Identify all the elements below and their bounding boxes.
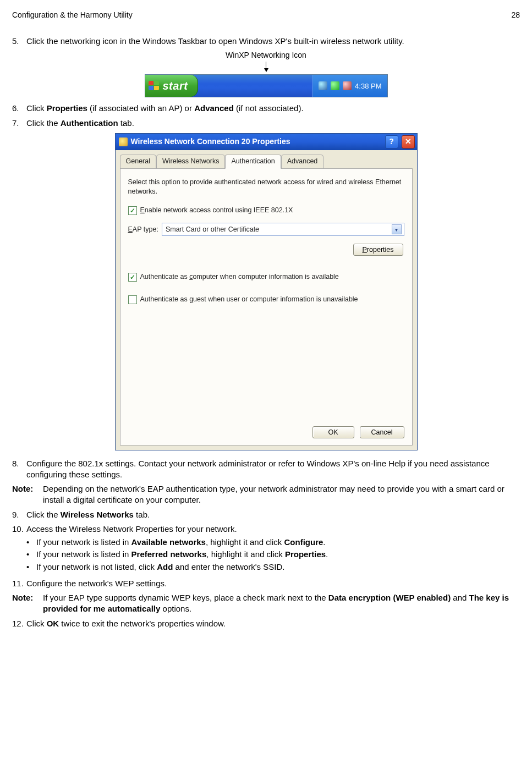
tab-general[interactable]: General bbox=[120, 155, 156, 169]
note-text: Depending on the network's EAP authentic… bbox=[43, 483, 520, 506]
note-label: Note: bbox=[12, 592, 43, 615]
start-button[interactable]: start bbox=[145, 75, 199, 97]
system-tray: 4:38 PM bbox=[312, 75, 387, 97]
note-text: If your EAP type supports dynamic WEP ke… bbox=[43, 592, 520, 615]
step-number: 6. bbox=[12, 103, 26, 114]
taskbar: start 4:38 PM bbox=[145, 74, 388, 97]
eap-properties-button[interactable]: Properties bbox=[353, 244, 403, 256]
auth-as-guest-label: Authenticate as guest when user or compu… bbox=[140, 295, 358, 304]
note-label: Note: bbox=[12, 483, 43, 506]
panel-intro-text: Select this option to provide authentica… bbox=[128, 178, 404, 196]
bullet-text: If your network is listed in Available n… bbox=[36, 537, 520, 548]
bullet-icon: • bbox=[26, 537, 36, 548]
tab-wireless-networks[interactable]: Wireless Networks bbox=[156, 155, 226, 169]
tab-panel-authentication: Select this option to provide authentica… bbox=[120, 168, 413, 446]
tray-icon[interactable] bbox=[343, 81, 352, 90]
network-tray-icon[interactable] bbox=[319, 81, 327, 90]
auth-as-guest-checkbox[interactable]: ✓ bbox=[128, 295, 137, 304]
auth-as-computer-checkbox[interactable]: ✓ bbox=[128, 273, 137, 282]
step-number: 8. bbox=[12, 458, 26, 481]
step-text: Click the Wireless Networks tab. bbox=[26, 509, 520, 520]
clock: 4:38 PM bbox=[355, 81, 381, 91]
enable-8021x-label: Enable network access control using IEEE… bbox=[140, 206, 293, 215]
bullet-text: If your network is listed in Preferred n… bbox=[36, 549, 520, 560]
windows-flag-icon bbox=[149, 81, 160, 91]
eap-type-label: EAP type: bbox=[128, 225, 158, 234]
chevron-down-icon: ▾ bbox=[392, 224, 402, 234]
window-icon bbox=[119, 138, 128, 146]
step-number: 10. bbox=[12, 524, 26, 575]
enable-8021x-checkbox[interactable]: ✓ bbox=[128, 206, 137, 215]
start-button-label: start bbox=[163, 79, 188, 94]
step-number: 12. bbox=[12, 618, 26, 629]
page-header-title: Configuration & the Harmony Utility bbox=[12, 10, 133, 20]
step-number: 9. bbox=[12, 509, 26, 520]
step-number: 5. bbox=[12, 36, 26, 47]
page-number: 28 bbox=[511, 10, 520, 20]
step-text: Configure the network's WEP settings. bbox=[26, 578, 520, 589]
auth-as-computer-label: Authenticate as computer when computer i… bbox=[140, 272, 339, 282]
window-title: Wireless Network Connection 20 Propertie… bbox=[131, 136, 290, 147]
step-text: Configure the 802.1x settings. Contact y… bbox=[26, 458, 520, 481]
step-text: Click the networking icon in the Windows… bbox=[26, 36, 520, 47]
step-number: 7. bbox=[12, 118, 26, 129]
arrow-down-icon bbox=[266, 62, 266, 72]
bullet-icon: • bbox=[26, 549, 36, 560]
step-number: 11. bbox=[12, 578, 26, 589]
bullet-text: If your network is not listed, click Add… bbox=[36, 562, 520, 573]
ok-button[interactable]: OK bbox=[312, 426, 354, 438]
titlebar: Wireless Network Connection 20 Propertie… bbox=[116, 134, 417, 150]
properties-dialog: Wireless Network Connection 20 Propertie… bbox=[115, 133, 418, 450]
step-text: Click OK twice to exit the network's pro… bbox=[26, 618, 520, 629]
help-button[interactable]: ? bbox=[385, 135, 398, 148]
tab-advanced[interactable]: Advanced bbox=[281, 155, 324, 169]
eap-type-value: Smart Card or other Certificate bbox=[166, 225, 259, 234]
tray-icon[interactable] bbox=[331, 81, 339, 90]
bullet-icon: • bbox=[26, 562, 36, 573]
step-text: Click Properties (if associated with an … bbox=[26, 103, 520, 114]
step-text: Access the Wireless Network Properties f… bbox=[26, 524, 520, 575]
eap-type-select[interactable]: Smart Card or other Certificate ▾ bbox=[162, 223, 404, 236]
step-text: Click the Authentication tab. bbox=[26, 118, 520, 129]
tab-authentication[interactable]: Authentication bbox=[225, 155, 281, 169]
close-button[interactable]: ✕ bbox=[402, 135, 415, 148]
cancel-button[interactable]: Cancel bbox=[360, 426, 404, 438]
figure1-label: WinXP Networking Icon bbox=[12, 50, 520, 61]
